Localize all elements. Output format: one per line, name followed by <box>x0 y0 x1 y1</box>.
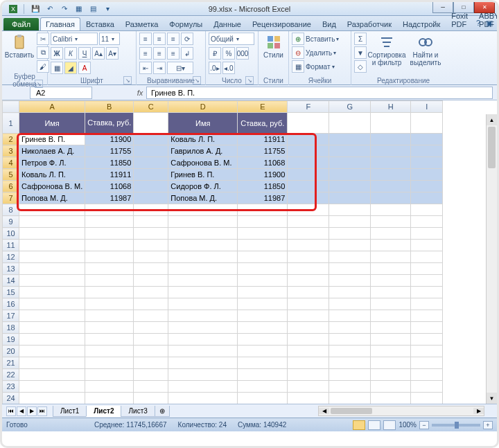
cell-I14[interactable] <box>411 275 443 287</box>
cell-B9[interactable] <box>85 216 134 228</box>
cell-B1[interactable]: Ставка, руб. <box>85 113 134 134</box>
cell-G5[interactable] <box>329 169 371 181</box>
cell-G12[interactable] <box>329 251 371 263</box>
cell-G18[interactable] <box>329 322 371 334</box>
underline-button[interactable]: Ч <box>78 47 91 60</box>
cell-A10[interactable] <box>19 228 85 240</box>
cell-A9[interactable] <box>19 216 85 228</box>
cell-B11[interactable] <box>85 240 134 251</box>
cell-E15[interactable] <box>238 287 288 298</box>
align-launcher[interactable]: ↘ <box>193 76 201 84</box>
cell-H20[interactable] <box>371 346 411 357</box>
cell-F12[interactable] <box>288 251 329 263</box>
align-bot-icon[interactable]: ≡ <box>167 33 180 45</box>
zoom-out-button[interactable]: − <box>419 421 429 429</box>
cell-E17[interactable] <box>238 310 288 322</box>
cell-I18[interactable] <box>411 322 443 334</box>
cell-G1[interactable] <box>329 113 371 134</box>
cell-D7[interactable]: Попова М. Д. <box>168 192 238 204</box>
cell-B5[interactable]: 11911 <box>85 169 134 181</box>
scroll-down-icon[interactable]: ▼ <box>487 393 497 404</box>
cell-H12[interactable] <box>371 251 411 263</box>
cell-F17[interactable] <box>288 310 329 322</box>
cell-G11[interactable] <box>329 240 371 251</box>
cell-C11[interactable] <box>134 240 168 251</box>
cell-D3[interactable]: Гаврилов А. Д. <box>168 145 238 157</box>
cell-A16[interactable] <box>19 298 85 310</box>
cell-F22[interactable] <box>288 369 329 381</box>
font-size-combo[interactable]: 11▾ <box>99 33 120 45</box>
tab-data[interactable]: Данные <box>208 17 247 30</box>
tab-file[interactable]: Файл <box>3 18 39 30</box>
row-header-15[interactable]: 15 <box>3 287 19 298</box>
cell-E10[interactable] <box>238 228 288 240</box>
cell-I4[interactable] <box>411 157 443 169</box>
borders-icon[interactable]: ▦ <box>51 62 63 74</box>
cell-H16[interactable] <box>371 298 411 310</box>
cell-A12[interactable] <box>19 251 85 263</box>
cell-D9[interactable] <box>168 216 238 228</box>
clipboard-launcher[interactable]: ↘ <box>35 80 43 88</box>
cell-D19[interactable] <box>168 334 238 346</box>
cell-B4[interactable]: 11850 <box>85 157 134 169</box>
cell-D18[interactable] <box>168 322 238 334</box>
minimize-ribbon-icon[interactable]: ▣ <box>486 19 493 28</box>
cell-E7[interactable]: 11987 <box>238 192 288 204</box>
cell-H5[interactable] <box>371 169 411 181</box>
sheet-tab-2[interactable]: Лист2 <box>86 406 121 417</box>
cell-A23[interactable] <box>19 381 85 393</box>
tab-nav-next-icon[interactable]: ▶ <box>27 406 37 416</box>
scroll-right-icon[interactable]: ▶ <box>473 408 484 414</box>
cell-G6[interactable] <box>329 181 371 192</box>
cell-C10[interactable] <box>134 228 168 240</box>
cell-B6[interactable]: 11068 <box>85 181 134 192</box>
cell-B7[interactable]: 11987 <box>85 192 134 204</box>
clear-icon[interactable]: ◇ <box>354 60 367 73</box>
wrap-text-icon[interactable]: ↲ <box>181 47 193 60</box>
tab-layout[interactable]: Разметка <box>120 17 164 30</box>
cell-G9[interactable] <box>329 216 371 228</box>
cell-D2[interactable]: Коваль Л. П. <box>168 134 238 145</box>
col-header-F[interactable]: F <box>288 101 329 113</box>
format-cells-icon[interactable]: ▦ <box>292 60 304 73</box>
cell-B14[interactable] <box>85 275 134 287</box>
tab-review[interactable]: Рецензирование <box>247 17 317 30</box>
cell-E21[interactable] <box>238 357 288 369</box>
cell-G21[interactable] <box>329 357 371 369</box>
insert-cells-icon[interactable]: ⊕ <box>292 33 304 45</box>
cell-A14[interactable] <box>19 275 85 287</box>
cell-D10[interactable] <box>168 228 238 240</box>
cell-B10[interactable] <box>85 228 134 240</box>
col-header-A[interactable]: A <box>19 101 85 113</box>
vscroll-thumb[interactable] <box>488 127 496 168</box>
cell-A1[interactable]: Имя <box>19 113 85 134</box>
inc-dec-icon[interactable]: .0▸ <box>209 62 221 74</box>
row-header-21[interactable]: 21 <box>3 357 19 369</box>
cell-F13[interactable] <box>288 263 329 275</box>
select-all-corner[interactable] <box>3 101 19 113</box>
cell-A11[interactable] <box>19 240 85 251</box>
cell-I9[interactable] <box>411 216 443 228</box>
cell-C14[interactable] <box>134 275 168 287</box>
cell-A18[interactable] <box>19 322 85 334</box>
cell-E16[interactable] <box>238 298 288 310</box>
row-header-18[interactable]: 18 <box>3 322 19 334</box>
paste-button[interactable]: Вставить <box>5 33 34 60</box>
font-color-icon[interactable]: A <box>78 62 91 74</box>
hscroll-thumb[interactable] <box>331 408 372 414</box>
cell-G15[interactable] <box>329 287 371 298</box>
merge-icon[interactable]: ⊟▾ <box>167 62 193 74</box>
cell-H21[interactable] <box>371 357 411 369</box>
italic-button[interactable]: К <box>64 47 77 60</box>
formula-bar[interactable]: Гринев В. П. <box>146 87 493 99</box>
cell-G17[interactable] <box>329 310 371 322</box>
cell-E6[interactable]: 11850 <box>238 181 288 192</box>
cell-D22[interactable] <box>168 369 238 381</box>
cell-G23[interactable] <box>329 381 371 393</box>
cell-C16[interactable] <box>134 298 168 310</box>
cell-D17[interactable] <box>168 310 238 322</box>
cell-B19[interactable] <box>85 334 134 346</box>
cell-I15[interactable] <box>411 287 443 298</box>
cell-A8[interactable] <box>19 204 85 216</box>
tab-view[interactable]: Вид <box>317 17 342 30</box>
